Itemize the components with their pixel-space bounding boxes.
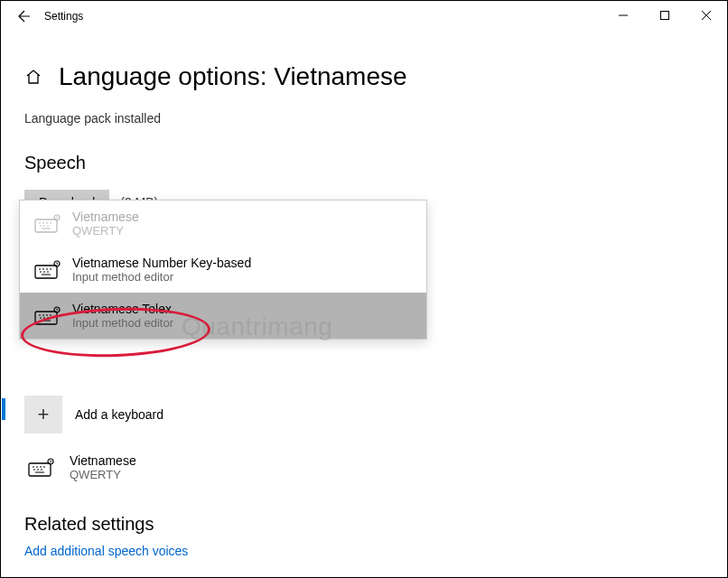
- svg-line-27: [57, 218, 58, 219]
- keyboard-icon: [31, 214, 65, 234]
- speech-heading: Speech: [24, 153, 704, 173]
- add-speech-voices-link[interactable]: Add additional speech voices: [24, 544, 704, 558]
- dropdown-item-label: Vietnamese Number Key-based: [72, 256, 251, 270]
- page-title: Language options: Vietnamese: [59, 62, 407, 91]
- close-icon: [702, 11, 711, 20]
- current-keyboard-name: Vietnamese: [70, 453, 136, 468]
- dropdown-item-sub: Input method editor: [72, 270, 251, 284]
- home-icon: [24, 68, 42, 86]
- window-title: Settings: [44, 10, 83, 23]
- dropdown-item-label: Vietnamese: [72, 210, 139, 224]
- dropdown-item-sub: QWERTY: [72, 224, 139, 238]
- close-button[interactable]: [686, 1, 727, 30]
- back-arrow-icon: [17, 9, 32, 23]
- current-keyboard-item[interactable]: Vietnamese QWERTY: [24, 453, 704, 481]
- svg-line-15: [51, 461, 51, 462]
- svg-line-51: [57, 310, 58, 311]
- svg-rect-1: [661, 12, 669, 20]
- svg-rect-28: [35, 266, 57, 278]
- svg-rect-16: [35, 219, 57, 232]
- related-settings-heading: Related settings: [24, 514, 704, 535]
- accent-indicator: [2, 398, 5, 420]
- language-pack-status: Language pack installed: [24, 111, 704, 126]
- home-button[interactable]: [24, 68, 42, 86]
- add-keyboard-button[interactable]: + Add a keyboard: [24, 396, 704, 434]
- dropdown-item-vietnamese-number-key[interactable]: Vietnamese Number Key-based Input method…: [20, 247, 426, 293]
- dropdown-item-vietnamese-qwerty: Vietnamese QWERTY: [20, 200, 426, 247]
- dropdown-item-vietnamese-telex[interactable]: Vietnamese Telex Input method editor: [20, 293, 426, 339]
- plus-icon: +: [24, 396, 62, 434]
- keyboard-icon: [31, 260, 65, 280]
- svg-rect-40: [35, 312, 57, 324]
- minimize-icon: [619, 11, 628, 20]
- back-button[interactable]: [12, 4, 37, 29]
- keyboard-icon: [24, 458, 59, 478]
- add-keyboard-label: Add a keyboard: [75, 407, 163, 422]
- keyboard-icon: [31, 306, 65, 326]
- dropdown-item-sub: Input method editor: [72, 316, 173, 330]
- svg-line-39: [57, 264, 58, 265]
- current-keyboard-layout: QWERTY: [70, 468, 136, 481]
- svg-rect-4: [29, 463, 51, 476]
- keyboard-dropdown: Vietnamese QWERTY Vietnamese Number Key-…: [19, 200, 427, 340]
- minimize-button[interactable]: [602, 1, 644, 30]
- dropdown-item-label: Vietnamese Telex: [72, 302, 173, 316]
- maximize-icon: [660, 11, 669, 20]
- maximize-button[interactable]: [644, 1, 686, 30]
